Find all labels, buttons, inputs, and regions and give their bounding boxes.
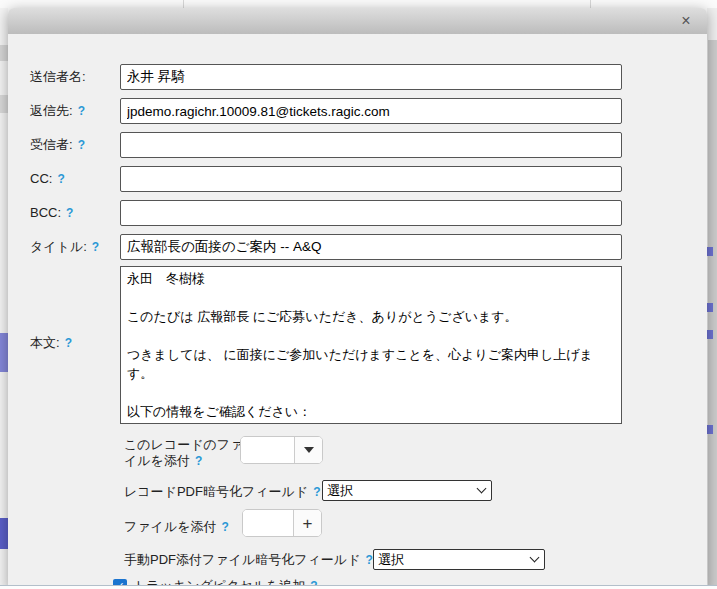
help-icon[interactable]: ? [365, 553, 372, 567]
background-fragment [707, 303, 713, 312]
subject-label-text: タイトル: [30, 239, 87, 254]
attach-record-file-combobox[interactable] [240, 436, 323, 464]
help-icon[interactable]: ? [66, 206, 73, 220]
help-icon[interactable]: ? [92, 240, 99, 254]
help-icon[interactable]: ? [222, 520, 229, 534]
recipient-label: 受信者:? [30, 132, 122, 158]
subject-label: タイトル:? [30, 234, 122, 260]
manual-pdf-encryption-label-text: 手動PDF添付ファイル暗号化フィールド [124, 552, 360, 567]
background-fragment [707, 330, 713, 339]
record-pdf-encryption-label: レコードPDF暗号化フィールド? [124, 482, 320, 502]
manual-pdf-encryption-select-wrap: 選択 [373, 549, 545, 570]
background-fragment [707, 247, 713, 256]
triangle-down-icon [304, 447, 314, 453]
manual-pdf-encryption-label: 手動PDF添付ファイル暗号化フィールド? [124, 550, 373, 570]
attach-record-file-label: このレコードのファイルを添付? [124, 437, 244, 469]
record-pdf-encryption-select-wrap: 選択 [322, 480, 492, 501]
background-page-left [0, 8, 8, 589]
attach-file-label: ファイルを添付? [124, 517, 229, 537]
attach-file-label-text: ファイルを添付 [124, 519, 217, 534]
background-fragment [0, 45, 8, 61]
background-page-top [0, 0, 717, 8]
reply-to-label: 返信先:? [30, 98, 122, 124]
reply-to-input[interactable] [120, 98, 622, 124]
body-label-text: 本文: [30, 335, 60, 350]
attach-record-file-dropdown-button[interactable] [295, 437, 322, 463]
bcc-input[interactable] [120, 200, 622, 226]
cc-input[interactable] [120, 166, 622, 192]
subject-input[interactable] [120, 234, 622, 260]
bcc-label-text: BCC: [30, 205, 61, 220]
attach-record-file-label-text: このレコードのファイルを添付 [124, 437, 243, 468]
background-fragment [707, 425, 713, 434]
cc-label-text: CC: [30, 171, 52, 186]
close-icon[interactable]: × [676, 11, 696, 31]
attach-record-file-value[interactable] [241, 437, 295, 463]
body-label: 本文:? [30, 330, 122, 356]
bcc-label: BCC:? [30, 200, 122, 226]
email-compose-dialog: × 送信者名: 返信先:? 受信者:? CC:? BCC:? タイトル:? 本文… [8, 8, 707, 589]
plus-icon: + [303, 515, 313, 532]
background-fragment [0, 518, 8, 549]
sender-name-input[interactable] [120, 64, 622, 90]
attach-file-combobox[interactable]: + [242, 509, 322, 537]
page-scrollbar[interactable] [708, 40, 717, 589]
record-pdf-encryption-label-text: レコードPDF暗号化フィールド [124, 484, 308, 499]
background-fragment [0, 95, 8, 113]
help-icon[interactable]: ? [78, 104, 85, 118]
sender-name-label: 送信者名: [30, 64, 122, 90]
record-pdf-encryption-select[interactable]: 選択 [322, 480, 492, 501]
background-gridline [183, 0, 184, 8]
sender-name-label-text: 送信者名: [30, 69, 86, 84]
background-gridline [590, 0, 591, 8]
attach-file-value[interactable] [243, 510, 294, 536]
manual-pdf-encryption-select[interactable]: 選択 [373, 549, 545, 570]
bottom-section-edge [0, 585, 717, 589]
recipient-label-text: 受信者: [30, 137, 73, 152]
cc-label: CC:? [30, 166, 122, 192]
background-fragment [0, 333, 8, 372]
dialog-titlebar[interactable]: × [8, 8, 707, 34]
help-icon[interactable]: ? [65, 336, 72, 350]
help-icon[interactable]: ? [195, 454, 202, 468]
help-icon[interactable]: ? [78, 138, 85, 152]
attach-file-add-button[interactable]: + [294, 510, 321, 536]
help-icon[interactable]: ? [57, 172, 64, 186]
body-textarea[interactable]: 永田 冬樹様 このたびは 広報部長 にご応募いただき、ありがとうございます。 つ… [120, 266, 622, 424]
recipient-input[interactable] [120, 132, 622, 158]
help-icon[interactable]: ? [313, 485, 320, 499]
reply-to-label-text: 返信先: [30, 103, 73, 118]
